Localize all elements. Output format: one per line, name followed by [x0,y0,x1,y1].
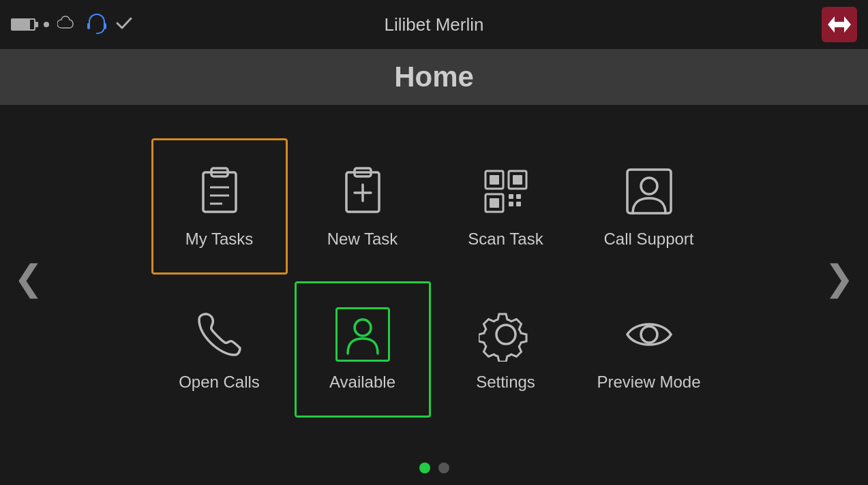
available-label: Available [329,373,395,392]
my-tasks-label: My Tasks [185,230,254,249]
svg-rect-13 [490,175,499,185]
qr-code-icon [479,164,533,219]
prev-arrow[interactable]: ❮ [0,244,57,312]
headset-icon [87,12,106,37]
grid-item-call-support[interactable]: Call Support [581,138,717,275]
pagination-dot-2[interactable] [438,463,449,473]
svg-point-26 [641,326,657,343]
grid-item-open-calls[interactable]: Open Calls [151,281,288,418]
cloud-icon [57,16,79,33]
phone-icon [192,307,247,362]
open-calls-label: Open Calls [179,373,260,392]
new-task-label: New Task [327,230,398,249]
main-content: ❮ My Tasks [0,105,868,451]
grid-item-preview-mode[interactable]: Preview Mode [581,281,717,418]
svg-point-24 [355,319,371,336]
page-header: Home [0,49,868,105]
status-bar: Lilibet Merlin [0,0,868,49]
signal-dot-icon [44,22,49,27]
user-name: Lilibet Merlin [385,14,484,35]
connect-button[interactable] [822,7,857,42]
battery-icon [11,18,35,31]
clipboard-list-icon [192,164,247,219]
gear-icon [479,307,533,362]
eye-icon [622,307,676,362]
svg-marker-2 [828,16,851,33]
svg-rect-21 [516,202,521,206]
svg-rect-18 [509,194,513,199]
grid-item-available[interactable]: Available [295,281,431,418]
pagination [0,451,868,485]
call-support-label: Call Support [603,230,693,249]
status-icons [11,12,134,37]
grid-item-settings[interactable]: Settings [438,281,574,418]
next-arrow[interactable]: ❯ [811,244,868,312]
grid-item-my-tasks[interactable]: My Tasks [151,138,288,275]
grid-item-new-task[interactable]: New Task [295,138,431,275]
person-square-icon [622,164,676,219]
settings-label: Settings [476,373,535,392]
person-green-icon [335,307,390,362]
svg-rect-17 [490,198,499,208]
svg-rect-1 [104,23,106,29]
svg-rect-19 [516,194,521,199]
clipboard-plus-icon [335,164,390,219]
svg-rect-15 [513,175,522,185]
preview-mode-label: Preview Mode [597,373,700,392]
svg-point-23 [641,178,657,194]
svg-point-25 [496,325,515,344]
svg-rect-3 [203,172,236,212]
svg-rect-20 [509,202,513,206]
pagination-dot-1[interactable] [419,463,430,473]
grid-item-scan-task[interactable]: Scan Task [438,138,574,275]
scan-task-label: Scan Task [468,230,543,249]
check-icon [115,14,134,35]
grid-container: My Tasks New Task [57,138,811,418]
page-title: Home [394,61,474,93]
svg-rect-0 [87,23,90,29]
